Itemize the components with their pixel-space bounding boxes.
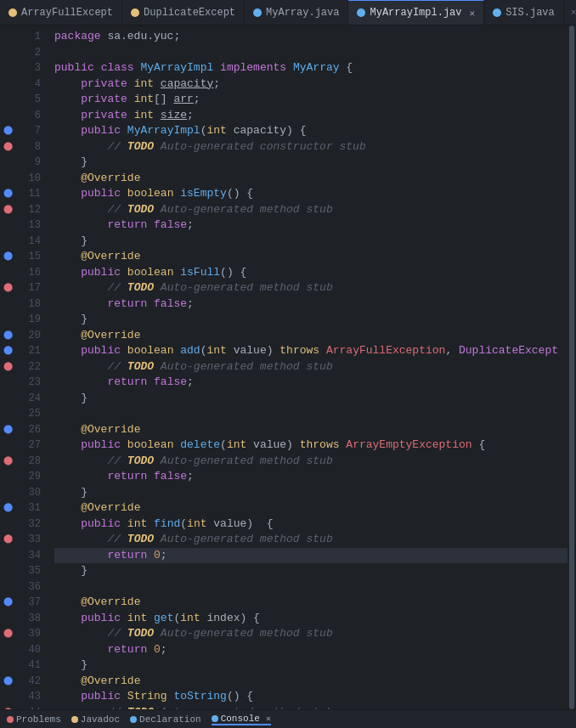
gutter-8: ⬤ [0,139,15,155]
bottom-tab-problems[interactable]: Problems [7,714,61,725]
gutter-11: ⬤ [0,186,15,202]
bottom-tab-javadoc[interactable]: Javadoc [71,714,120,725]
tab-label-myarray: MyArray.java [266,7,339,19]
gutter-20: ⬤ [0,328,15,344]
code-line-8: // TODO Auto-generated constructor stub [54,139,568,155]
tab-close-myarrayimpl[interactable]: ✕ [470,8,476,19]
gutter-7: ⬤ [0,123,15,139]
console-icon [212,715,218,722]
problems-icon [7,716,14,723]
gutter-41 [0,657,15,674]
gutter-19 [0,312,15,328]
gutter-38 [0,611,15,627]
code-line-38: public int get(int index) { [54,611,568,627]
code-line-35: } [54,563,568,579]
code-line-21: public boolean add(int value) throws Arr… [54,343,568,359]
code-line-3: public class MyArrayImpl implements MyAr… [54,60,568,76]
code-line-18: return false; [54,296,568,313]
tab-icon-arrayfullex [8,8,17,17]
bottom-tab-declaration[interactable]: Declaration [130,714,201,725]
gutter-34 [0,548,15,564]
tab-duplicateex[interactable]: DuplicateExcept [122,0,245,25]
code-line-16: public boolean isFull() { [54,265,568,281]
code-content[interactable]: package sa.edu.yuc; public class MyArray… [48,25,568,709]
code-line-2 [54,45,568,61]
gutter-21: ⬤ [0,343,15,359]
tab-myarrayimpl[interactable]: MyArrayImpl.jav ✕ [348,0,484,25]
code-line-24: } [54,391,568,407]
code-line-6: private int size; [54,108,568,124]
code-line-4: private int capacity; [54,76,568,93]
gutter-23 [0,375,15,391]
gutter-35 [0,563,15,579]
code-line-11: public boolean isEmpty() { [54,186,568,202]
code-line-19: } [54,312,568,328]
tab-myarray[interactable]: MyArray.java [245,0,348,25]
code-line-32: public int find(int value) { [54,516,568,533]
code-line-25 [54,406,568,422]
gutter-6 [0,108,15,124]
gutter-18 [0,296,15,313]
gutter-9 [0,155,15,171]
tab-icon-myarray [253,8,262,17]
declaration-label: Declaration [139,714,201,725]
line-numbers: 12345 678910 1112131415 1617181920 21222… [15,25,48,709]
code-line-22: // TODO Auto-generated method stub [54,359,568,375]
tab-label-arrayfullex: ArrayFullExcept [21,7,113,19]
code-line-20: @Override [54,328,568,344]
gutter-14 [0,234,15,250]
code-area: ⬤ ⬤ ⬤ ⬤ ⬤ ⬤ ⬤ ⬤ ⬤ ⬤ ⬤ ⬤ ⬤ [0,25,576,709]
gutter-25 [0,406,15,422]
code-line-10: @Override [54,171,568,187]
editor-container: ArrayFullExcept DuplicateExcept MyArray.… [0,0,576,728]
tab-label-sis: SIS.java [505,7,555,19]
code-line-42: @Override [54,674,568,690]
bottom-tab-console[interactable]: Console ✕ [212,714,271,725]
code-line-44: // TODO Auto-generated method stub [54,705,568,710]
code-line-43: public String toString() { [54,689,568,705]
gutter-42: ⬤ [0,674,15,690]
gutter-1 [0,29,15,45]
gutter-40 [0,642,15,658]
console-close-icon[interactable]: ✕ [266,714,271,724]
code-line-17: // TODO Auto-generated method stub [54,280,568,296]
gutter-27 [0,437,15,454]
code-line-36 [54,579,568,595]
code-line-26: @Override [54,422,568,438]
code-line-40: return 0; [54,642,568,658]
gutter-icons: ⬤ ⬤ ⬤ ⬤ ⬤ ⬤ ⬤ ⬤ ⬤ ⬤ ⬤ ⬤ ⬤ [0,25,15,709]
code-line-12: // TODO Auto-generated method stub [54,202,568,218]
gutter-12: ⬤ [0,202,15,218]
gutter-22: ⬤ [0,359,15,375]
gutter-30 [0,485,15,501]
gutter-17: ⬤ [0,280,15,296]
bottom-bar: Problems Javadoc Declaration Console ✕ [0,709,576,728]
tab-label-myarrayimpl: MyArrayImpl.jav [370,7,461,19]
gutter-15: ⬤ [0,249,15,265]
tab-arrayfullex[interactable]: ArrayFullExcept [0,0,122,25]
scrollbar-thumb[interactable] [569,25,574,709]
gutter-39: ⬤ [0,626,15,642]
gutter-5 [0,92,15,108]
console-label: Console [221,714,260,724]
code-line-1: package sa.edu.yuc; [54,29,568,45]
code-line-5: private int[] arr; [54,92,568,108]
gutter-28: ⬤ [0,454,15,470]
code-line-37: @Override [54,595,568,611]
gutter-32 [0,516,15,533]
code-line-14: } [54,234,568,250]
tab-label-duplicateex: DuplicateExcept [144,7,235,19]
code-line-41: } [54,657,568,674]
code-line-23: return false; [54,375,568,391]
javadoc-icon [71,716,78,723]
code-line-33: // TODO Auto-generated method stub [54,532,568,548]
gutter-24 [0,391,15,407]
gutter-44: ⬤ [0,705,15,710]
vertical-scrollbar[interactable] [568,25,576,709]
gutter-31: ⬤ [0,500,15,516]
tab-bar-end: ×₃ ≡ [564,6,576,20]
code-line-39: // TODO Auto-generated method stub [54,626,568,642]
gutter-33: ⬤ [0,532,15,548]
tab-sis[interactable]: SIS.java [484,0,564,25]
gutter-13 [0,217,15,234]
